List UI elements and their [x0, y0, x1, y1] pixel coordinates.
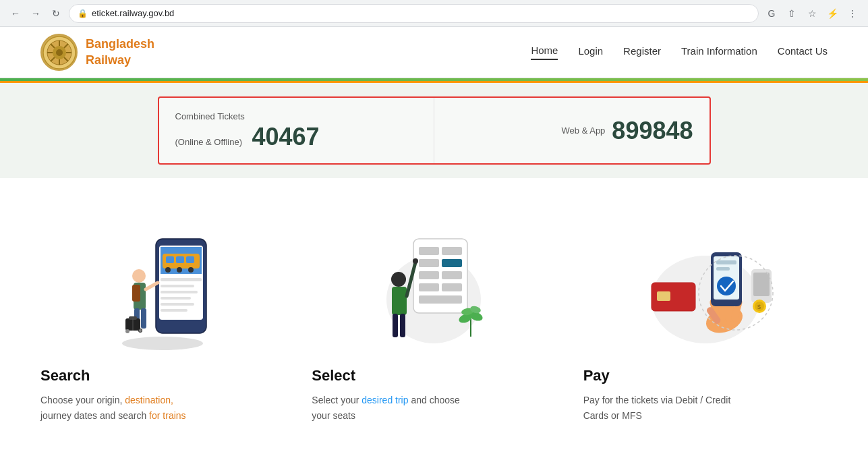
nav-login[interactable]: Login — [578, 45, 603, 59]
svg-rect-46 — [419, 247, 439, 255]
svg-text:$: $ — [757, 304, 761, 310]
ticket-left-count: 40467 — [252, 123, 319, 150]
svg-rect-82 — [753, 273, 770, 296]
svg-point-58 — [413, 258, 418, 264]
svg-rect-59 — [393, 314, 398, 337]
search-desc: Choose your origin, destination, journey… — [40, 393, 285, 423]
svg-point-55 — [391, 272, 406, 287]
svg-rect-56 — [392, 287, 407, 315]
svg-rect-54 — [419, 295, 462, 304]
svg-rect-25 — [161, 291, 198, 293]
search-title: Search — [40, 367, 285, 385]
svg-rect-32 — [132, 285, 140, 302]
ticket-left: Combined Tickets(Online & Offline) 40467 — [159, 98, 435, 163]
svg-point-40 — [125, 329, 129, 333]
svg-point-80 — [717, 277, 736, 295]
svg-rect-52 — [419, 283, 439, 291]
nav-train-information[interactable]: Train Information — [681, 45, 757, 59]
pay-illustration: $ — [583, 219, 828, 353]
svg-rect-17 — [166, 256, 174, 263]
search-desc-destination: destination, — [125, 395, 173, 405]
select-desc-desired: desired trip — [361, 395, 408, 405]
website: Bangladesh Railway Home Login Register T… — [0, 27, 868, 450]
nav-register[interactable]: Register — [623, 45, 661, 59]
back-button[interactable]: ← — [8, 6, 23, 21]
share-icon[interactable]: ⇧ — [784, 6, 799, 21]
ticket-right-label: Web & App — [562, 125, 606, 136]
svg-point-3 — [56, 49, 63, 56]
reload-button[interactable]: ↻ — [49, 6, 63, 21]
svg-rect-24 — [161, 285, 194, 287]
svg-rect-34 — [141, 308, 146, 329]
svg-rect-79 — [716, 267, 730, 271]
ticket-left-label: Combined Tickets(Online & Offline) — [175, 111, 245, 147]
svg-rect-19 — [186, 256, 194, 263]
svg-point-20 — [165, 267, 171, 273]
select-illustration — [312, 219, 556, 353]
feature-search: Search Choose your origin, destination, … — [40, 219, 285, 423]
main-nav: Home Login Register Train Information Co… — [531, 45, 828, 60]
pay-title: Pay — [583, 367, 828, 385]
url-text: eticket.railway.gov.bd — [92, 8, 750, 18]
svg-rect-51 — [442, 271, 462, 279]
svg-rect-48 — [419, 259, 439, 267]
svg-point-21 — [177, 267, 182, 273]
feature-pay: $ Pay Pay for the tickets via Debit / Cr… — [583, 219, 828, 423]
select-desc: Select your desired trip and choose your… — [312, 393, 556, 423]
svg-point-39 — [139, 329, 142, 332]
search-illustration — [40, 219, 285, 353]
ticket-banner-wrapper: Combined Tickets(Online & Offline) 40467… — [0, 83, 868, 178]
svg-rect-47 — [442, 247, 462, 255]
browser-actions: G ⇧ ☆ ⚡ ⋮ — [764, 6, 860, 21]
svg-rect-49 — [442, 259, 462, 267]
nav-home[interactable]: Home — [531, 45, 558, 60]
svg-rect-78 — [716, 260, 736, 264]
search-desc-trains: for trains — [149, 410, 185, 421]
svg-rect-50 — [419, 271, 439, 279]
ticket-right-count: 899848 — [612, 117, 693, 145]
google-icon[interactable]: G — [764, 6, 779, 21]
ticket-banner: Combined Tickets(Online & Offline) 40467… — [158, 96, 711, 165]
menu-icon[interactable]: ⋮ — [845, 6, 860, 21]
ticket-right: Web & App 899848 — [434, 98, 710, 163]
svg-rect-27 — [161, 303, 194, 306]
svg-rect-28 — [161, 309, 187, 312]
lock-icon: 🔒 — [78, 9, 88, 18]
svg-rect-53 — [442, 283, 462, 291]
extensions-icon[interactable]: ⚡ — [825, 6, 840, 21]
select-title: Select — [312, 367, 556, 385]
bookmark-icon[interactable]: ☆ — [805, 6, 819, 21]
svg-rect-18 — [176, 256, 184, 263]
svg-point-22 — [188, 267, 194, 273]
forward-button[interactable]: → — [28, 6, 43, 21]
feature-select: Select Select your desired trip and choo… — [312, 219, 556, 423]
svg-point-29 — [132, 269, 146, 283]
svg-rect-23 — [161, 278, 202, 281]
svg-point-12 — [122, 337, 203, 350]
logo-area: Bangladesh Railway — [40, 34, 154, 71]
svg-rect-69 — [657, 291, 670, 301]
svg-rect-26 — [161, 297, 191, 300]
nav-contact-us[interactable]: Contact Us — [778, 45, 828, 59]
pay-desc: Pay for the tickets via Debit / Credit C… — [583, 393, 828, 423]
svg-rect-60 — [400, 314, 405, 337]
address-bar[interactable]: 🔒 eticket.railway.gov.bd — [69, 4, 759, 23]
browser-chrome: ← → ↻ 🔒 eticket.railway.gov.bd G ⇧ ☆ ⚡ ⋮ — [0, 0, 868, 27]
brand-name: Bangladesh Railway — [86, 36, 154, 68]
logo-image — [40, 34, 78, 71]
features-section: Search Choose your origin, destination, … — [0, 178, 868, 450]
site-header: Bangladesh Railway Home Login Register T… — [0, 27, 868, 78]
